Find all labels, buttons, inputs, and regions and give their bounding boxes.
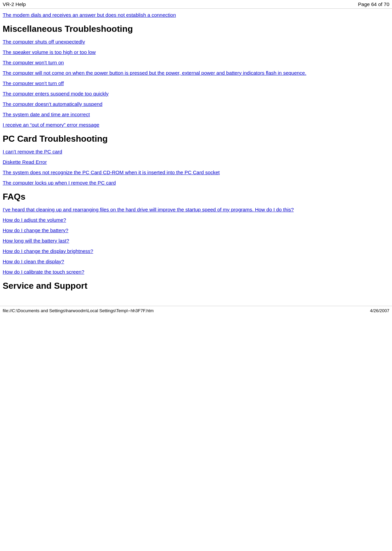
link-item-0-3[interactable]: The computer will not come on when the p… xyxy=(3,70,388,76)
link-item-0-8[interactable]: I receive an “out of memory” error messa… xyxy=(3,122,388,128)
app-title: VR-2 Help xyxy=(3,1,26,7)
link-item-0-6[interactable]: The computer doesn’t automatically suspe… xyxy=(3,101,388,107)
top-link[interactable]: The modem dials and receives an answer b… xyxy=(3,12,388,18)
footer-bar: file://C:\Documents and Settings\harwood… xyxy=(0,306,392,315)
main-content: The modem dials and receives an answer b… xyxy=(0,9,392,299)
header-bar: VR-2 Help Page 64 of 70 xyxy=(0,0,392,9)
footer-date: 4/26/2007 xyxy=(370,308,389,313)
link-item-0-2[interactable]: The computer won’t turn on xyxy=(3,60,388,65)
section-heading-2: FAQs xyxy=(3,192,388,202)
link-item-0-4[interactable]: The computer won’t turn off xyxy=(3,80,388,86)
link-item-1-0[interactable]: I can’t remove the PC card xyxy=(3,149,388,154)
link-item-1-3[interactable]: The computer locks up when I remove the … xyxy=(3,180,388,186)
link-item-1-2[interactable]: The system does not recognize the PC Car… xyxy=(3,169,388,175)
link-item-2-2[interactable]: How do I change the battery? xyxy=(3,227,388,233)
link-item-0-7[interactable]: The system date and time are incorrect xyxy=(3,112,388,117)
link-item-0-5[interactable]: The computer enters suspend mode too qui… xyxy=(3,91,388,96)
link-item-1-1[interactable]: Diskette Read Error xyxy=(3,159,388,165)
section-heading-0: Miscellaneous Troubleshooting xyxy=(3,24,388,34)
link-item-2-1[interactable]: How do I adjust the volume? xyxy=(3,217,388,223)
link-item-2-4[interactable]: How do I change the display brightness? xyxy=(3,248,388,254)
sections-container: Miscellaneous TroubleshootingThe compute… xyxy=(3,24,388,291)
section-heading-3: Service and Support xyxy=(3,281,388,291)
link-item-2-6[interactable]: How do I calibrate the touch screen? xyxy=(3,269,388,275)
link-item-2-3[interactable]: How long will the battery last? xyxy=(3,238,388,244)
link-item-2-0[interactable]: I’ve heard that cleaning up and rearrang… xyxy=(3,207,388,212)
section-heading-1: PC Card Troubleshooting xyxy=(3,134,388,144)
footer-path: file://C:\Documents and Settings\harwood… xyxy=(3,308,154,313)
link-item-0-1[interactable]: The speaker volume is too high or too lo… xyxy=(3,49,388,55)
link-item-2-5[interactable]: How do I clean the display? xyxy=(3,259,388,264)
link-item-0-0[interactable]: The computer shuts off unexpectedly xyxy=(3,39,388,45)
page-info: Page 64 of 70 xyxy=(358,1,389,7)
